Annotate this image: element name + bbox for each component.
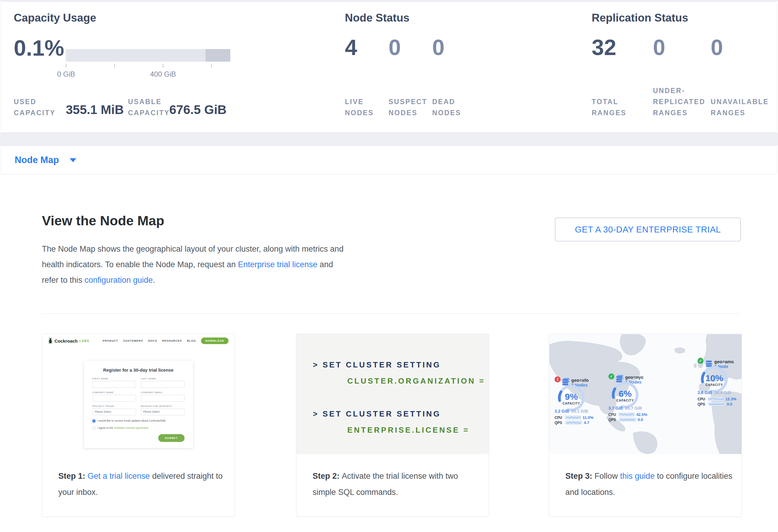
cpu-sparkline — [619, 412, 634, 416]
unavailable-label: UNAVAILABLE RANGES — [711, 96, 771, 119]
email-updates-label: I would like to receive email updates ab… — [97, 419, 166, 422]
used-capacity-value: 355.1 MiB — [66, 103, 124, 117]
sql-line: CLUSTER.ORGANIZATION = — [347, 376, 485, 386]
qps-sparkline — [565, 421, 582, 425]
page-title: View the Node Map — [42, 213, 164, 229]
qps-label: QPS — [698, 402, 706, 406]
node-map-dropdown-label[interactable]: Node Map — [15, 155, 59, 165]
cluster-nyc: ✓ geo=nyc 2 Nodes — [608, 375, 650, 424]
capacity-percent: 6% — [619, 389, 631, 398]
field-label: LAST NAME — [141, 377, 184, 380]
capacity-gauge: 6% CAPACITY — [608, 381, 642, 409]
this-guide-link[interactable]: this guide — [620, 471, 655, 480]
dead-nodes-value: 0 — [432, 35, 476, 60]
replication-status-title: Replication Status — [592, 12, 688, 24]
node-status-labels: LIVE NODES SUSPECT NODES DEAD NODES — [345, 81, 476, 119]
mid-strip — [0, 133, 778, 146]
brand-name: Cockroach — [55, 338, 78, 344]
mini-site-nav: PRODUCT CUSTOMERS DOCS RESOURCES BLOG DO… — [102, 337, 229, 344]
qps-row: QPS 0.0 — [698, 402, 736, 406]
reason-select[interactable]: Please Select — [141, 408, 184, 415]
capacity-percent: 9% — [565, 392, 577, 401]
download-button[interactable]: DOWNLOAD — [201, 337, 229, 344]
cluster-overview-page: Capacity Usage 0.1% 0 GiB 400 GiB USED C… — [0, 0, 778, 532]
cpu-value: 12.3% — [725, 397, 736, 401]
unavailable-value: 0 — [711, 35, 771, 60]
first-name-input[interactable] — [92, 381, 136, 388]
field-first-name: FIRST NAME — [92, 377, 136, 388]
capacity-gauge-other-segment — [206, 49, 230, 62]
field-label: COMPANY EMAIL — [141, 391, 184, 394]
step1-card: Cockroach LABS PRODUCT CUSTOMERS DOCS RE… — [42, 333, 235, 517]
used-capacity-label: USED CAPACITY — [14, 96, 56, 119]
nav-item-blog[interactable]: BLOG — [187, 339, 196, 342]
step1-label: Step 1: — [58, 471, 88, 480]
enterprise-trial-license-link[interactable]: Enterprise trial license — [238, 260, 317, 269]
enterprise-trial-button[interactable]: GET A 30-DAY ENTERPRISE TRIAL — [555, 218, 741, 241]
license-agreement-row: I agree to the Software License Agreemen… — [92, 427, 184, 430]
nav-item-docs[interactable]: DOCS — [148, 339, 157, 342]
cockroach-labs-logo: Cockroach LABS — [48, 338, 89, 344]
capacity-range: 3.7 GiB 65.7 GiB — [608, 406, 642, 410]
capacity-range: 3.2 GiB 35.1 GiB — [555, 409, 588, 413]
capacity-total: 65.7 GiB — [625, 406, 642, 410]
field-company-name: COMPANY NAME — [92, 391, 136, 401]
get-trial-license-link[interactable]: Get a trial license — [88, 471, 150, 480]
chevron-down-icon — [70, 158, 76, 162]
step3-card: 1 geo=sfo 2 Nodes — [549, 333, 742, 517]
brand-suffix: LABS — [80, 339, 89, 343]
step2-card: > SET CLUSTER SETTING CLUSTER.ORGANIZATI… — [296, 333, 489, 517]
usable-capacity-value: 676.5 GiB — [169, 103, 226, 117]
company-email-input[interactable] — [141, 395, 184, 401]
capacity-total: 35.1 GiB — [571, 409, 588, 413]
cpu-row: CPU 42.5% — [608, 412, 647, 417]
last-name-input[interactable] — [141, 381, 184, 388]
sql-line: > SET CLUSTER SETTING — [313, 409, 441, 419]
suspect-nodes-value: 0 — [389, 35, 432, 60]
sql-line: ENTERPRISE.LICENSE = — [347, 426, 469, 435]
company-name-input[interactable] — [92, 395, 136, 401]
form-title: Register for a 30-day trial license — [92, 367, 184, 373]
registration-screenshot: Cockroach LABS PRODUCT CUSTOMERS DOCS RE… — [42, 334, 235, 454]
license-agreement-checkbox[interactable] — [92, 427, 95, 430]
cluster-name: geo=sfo — [571, 378, 589, 383]
gauge-tick — [66, 64, 66, 68]
capacity-used: 3.2 GiB — [555, 409, 569, 413]
field-last-name: LAST NAME — [141, 377, 184, 388]
nav-item-resources[interactable]: RESOURCES — [162, 339, 182, 342]
agreement-text: I agree to the — [97, 427, 114, 429]
healthy-badge-icon: ✓ — [608, 373, 614, 379]
gauge-tick — [114, 64, 115, 68]
nav-item-product[interactable]: PRODUCT — [102, 339, 118, 342]
step2-caption: Step 2: Activate the trial license with … — [296, 454, 489, 500]
cpu-value: 42.5% — [636, 412, 647, 417]
software-license-link[interactable]: Software License Agreement. — [114, 427, 149, 429]
capacity-used: 3.7 GiB — [608, 406, 623, 410]
error-badge-icon: 1 — [555, 376, 560, 382]
field-project-phase: PROJECT PHASE Please Select — [92, 405, 136, 415]
nav-item-customers[interactable]: CUSTOMERS — [123, 339, 143, 342]
under-replicated-value: 0 — [653, 35, 711, 60]
qps-label: QPS — [608, 418, 617, 422]
project-phase-select[interactable]: Please Select — [92, 408, 136, 415]
sql-line: > SET CLUSTER SETTING — [313, 360, 441, 370]
trial-registration-form: Register for a 30-day trial license FIRS… — [84, 361, 193, 448]
gauge-tick — [211, 64, 212, 68]
under-replicated-label: UNDER- REPLICATED RANGES — [653, 85, 711, 119]
submit-button[interactable]: SUBMIT — [158, 434, 184, 442]
qps-value: 0.0 — [638, 417, 643, 422]
description-text: . — [153, 276, 155, 285]
total-ranges-value: 32 — [592, 35, 653, 60]
capacity-gauge-usable-segment — [66, 49, 206, 62]
cpu-label: CPU — [555, 415, 563, 420]
capacity-label: CAPACITY — [563, 402, 580, 405]
configuration-guide-link[interactable]: configuration guide — [85, 276, 153, 285]
gauge-tick-label-400: 400 GiB — [147, 70, 179, 78]
cluster-sfo: 1 geo=sfo 2 Nodes — [555, 378, 597, 427]
email-updates-checkbox[interactable]: ✓ — [92, 420, 95, 423]
node-map-dropdown[interactable]: Node Map — [1, 146, 777, 174]
qps-sparkline — [619, 418, 636, 422]
capacity-label: CAPACITY — [706, 383, 723, 387]
node-map-preview: 1 geo=sfo 2 Nodes — [549, 334, 742, 454]
gauge-tick — [163, 64, 163, 68]
